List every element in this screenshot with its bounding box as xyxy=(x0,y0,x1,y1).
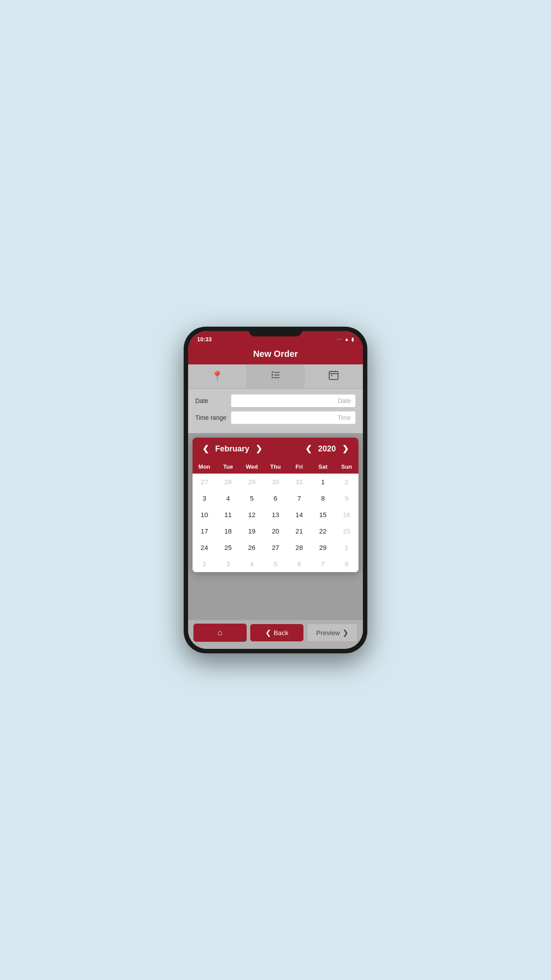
notch xyxy=(249,327,302,336)
back-arrow-icon: ❮ xyxy=(265,628,271,637)
calendar-day[interactable]: 13 xyxy=(264,506,287,523)
phone-frame: 10:33 ···· ▲ ▮ New Order 📍 xyxy=(184,327,367,653)
calendar-day[interactable]: 4 xyxy=(216,490,240,506)
calendar-day: 27 xyxy=(193,474,216,490)
svg-rect-8 xyxy=(331,371,332,372)
svg-rect-0 xyxy=(272,371,273,373)
calendar-day: 4 xyxy=(240,556,264,572)
wifi-icon: ▲ xyxy=(344,336,349,342)
home-icon: ⌂ xyxy=(218,628,223,637)
calendar-day: 9 xyxy=(335,490,358,506)
calendar-day: 1 xyxy=(335,539,358,556)
form-area: Date Date Time range Time xyxy=(188,389,363,433)
back-button[interactable]: ❮ Back xyxy=(250,624,303,641)
calendar-day[interactable]: 3 xyxy=(193,490,216,506)
calendar-day: 5 xyxy=(264,556,287,572)
calendar-day: 2 xyxy=(193,556,216,572)
calendar-day[interactable]: 7 xyxy=(287,490,311,506)
calendar-day[interactable]: 10 xyxy=(193,506,216,523)
calendar-icon xyxy=(328,370,339,383)
calendar-day[interactable]: 26 xyxy=(240,539,264,556)
calendar-popup: ❮ February ❯ ❮ 2020 ❯ MonTueWedThuFriSat… xyxy=(193,438,358,572)
time-row: Time range Time xyxy=(195,411,356,424)
back-label: Back xyxy=(274,629,288,636)
prev-year-button[interactable]: ❮ xyxy=(303,443,315,454)
page-title: New Order xyxy=(253,349,298,359)
calendar-day[interactable]: 21 xyxy=(287,523,311,539)
calendar-day[interactable]: 11 xyxy=(216,506,240,523)
calendar-day[interactable]: 1 xyxy=(311,474,335,490)
prev-month-button[interactable]: ❮ xyxy=(200,443,212,454)
next-year-button[interactable]: ❯ xyxy=(339,443,351,454)
main-content: ❮ February ❯ ❮ 2020 ❯ MonTueWedThuFriSat… xyxy=(188,433,363,620)
calendar-day[interactable]: 29 xyxy=(311,539,335,556)
calendar-day[interactable]: 20 xyxy=(264,523,287,539)
year-label: 2020 xyxy=(318,444,336,454)
svg-rect-1 xyxy=(272,374,273,375)
preview-arrow-icon: ❯ xyxy=(342,628,348,637)
calendar-day[interactable]: 18 xyxy=(216,523,240,539)
day-header-mon: Mon xyxy=(193,460,216,474)
time-label: Time range xyxy=(195,414,231,421)
svg-rect-5 xyxy=(274,377,279,378)
date-placeholder: Date xyxy=(338,397,351,404)
calendar-day: 29 xyxy=(240,474,264,490)
calendar-day[interactable]: 25 xyxy=(216,539,240,556)
calendar-days: 2728293031123456789101112131415161718192… xyxy=(193,474,358,572)
status-time: 10:33 xyxy=(197,336,212,343)
month-label: February xyxy=(215,444,249,454)
calendar-day: 6 xyxy=(287,556,311,572)
day-header-sun: Sun xyxy=(335,460,358,474)
calendar-day[interactable]: 17 xyxy=(193,523,216,539)
calendar-day: 8 xyxy=(335,556,358,572)
home-button[interactable]: ⌂ xyxy=(193,624,247,642)
day-header-fri: Fri xyxy=(287,460,311,474)
calendar-day[interactable]: 22 xyxy=(311,523,335,539)
calendar-day[interactable]: 12 xyxy=(240,506,264,523)
tab-location[interactable]: 📍 xyxy=(188,364,246,388)
location-icon: 📍 xyxy=(211,371,223,382)
calendar-day: 16 xyxy=(335,506,358,523)
time-input[interactable]: Time xyxy=(231,411,356,424)
calendar-day: 2 xyxy=(335,474,358,490)
calendar-day: 30 xyxy=(264,474,287,490)
calendar-day: 3 xyxy=(216,556,240,572)
tab-bar: 📍 xyxy=(188,364,363,389)
calendar-header: ❮ February ❯ ❮ 2020 ❯ xyxy=(193,438,358,460)
calendar-day: 28 xyxy=(216,474,240,490)
year-navigation: ❮ 2020 ❯ xyxy=(303,443,351,454)
items-icon xyxy=(270,370,281,383)
signal-icon: ···· xyxy=(337,336,342,342)
month-navigation: ❮ February ❯ xyxy=(200,443,265,454)
status-icons: ···· ▲ ▮ xyxy=(337,336,354,342)
calendar-day: 7 xyxy=(311,556,335,572)
tab-items[interactable] xyxy=(246,364,304,388)
calendar-day[interactable]: 8 xyxy=(311,490,335,506)
day-header-tue: Tue xyxy=(216,460,240,474)
calendar-day[interactable]: 5 xyxy=(240,490,264,506)
app-header: New Order xyxy=(188,345,363,364)
svg-rect-10 xyxy=(331,375,332,376)
calendar-day[interactable]: 19 xyxy=(240,523,264,539)
tab-calendar[interactable] xyxy=(305,364,363,388)
calendar-day[interactable]: 14 xyxy=(287,506,311,523)
bottom-nav: ⌂ ❮ Back Preview ❯ xyxy=(188,620,363,649)
calendar-day[interactable]: 27 xyxy=(264,539,287,556)
svg-rect-4 xyxy=(274,375,279,375)
calendar-day[interactable]: 6 xyxy=(264,490,287,506)
time-placeholder: Time xyxy=(337,414,351,421)
preview-label: Preview xyxy=(316,629,340,636)
calendar-day[interactable]: 24 xyxy=(193,539,216,556)
next-month-button[interactable]: ❯ xyxy=(253,443,265,454)
svg-rect-2 xyxy=(272,377,273,378)
day-header-sat: Sat xyxy=(311,460,335,474)
date-row: Date Date xyxy=(195,394,356,407)
calendar-day: 23 xyxy=(335,523,358,539)
calendar-day[interactable]: 15 xyxy=(311,506,335,523)
svg-rect-6 xyxy=(329,371,338,379)
calendar-day[interactable]: 28 xyxy=(287,539,311,556)
preview-button[interactable]: Preview ❯ xyxy=(307,624,358,642)
svg-rect-3 xyxy=(274,372,279,373)
date-input[interactable]: Date xyxy=(231,394,356,407)
date-label: Date xyxy=(195,397,231,404)
